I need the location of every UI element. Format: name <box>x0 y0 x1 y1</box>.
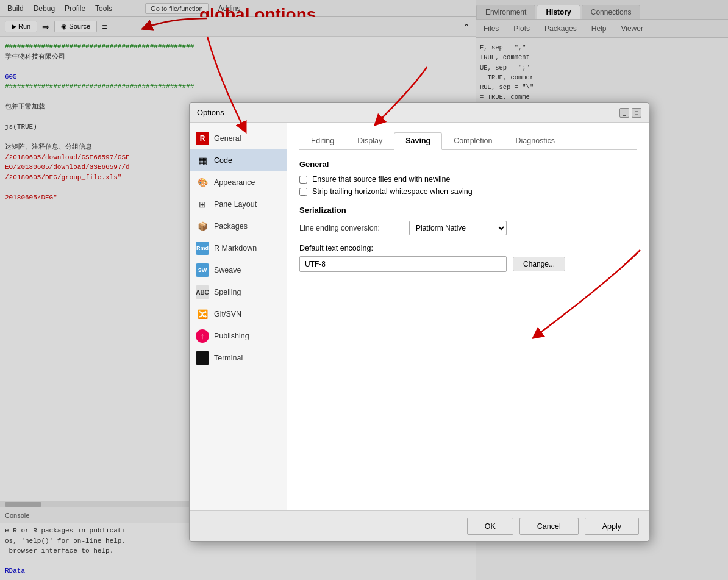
sidebar-label-packages: Packages <box>214 222 248 231</box>
modal-footer: OK Cancel Apply <box>190 510 649 541</box>
sidebar-item-appearance[interactable]: 🎨 Appearance <box>190 171 287 193</box>
sidebar-label-gitsvn: Git/SVN <box>214 310 241 318</box>
sidebar-label-terminal: Terminal <box>214 354 243 362</box>
tab-completion[interactable]: Completion <box>442 132 504 150</box>
line-ending-row: Line ending conversion: Platform Native … <box>299 221 637 235</box>
options-dialog: Options _ □ R General ▦ Code 🎨 Appearanc… <box>189 102 649 542</box>
terminal-icon <box>196 351 209 365</box>
modal-content-area: Editing Display Saving Completion Diagno… <box>287 123 649 510</box>
sidebar-label-publishing: Publishing <box>214 332 249 340</box>
line-ending-label: Line ending conversion: <box>299 224 403 232</box>
line-ending-select[interactable]: Platform Native Windows (CR/LF) POSIX (L… <box>409 221 507 235</box>
tab-editing[interactable]: Editing <box>299 132 346 150</box>
modal-sidebar: R General ▦ Code 🎨 Appearance ⊞ Pane Lay… <box>190 123 287 510</box>
sidebar-item-terminal[interactable]: Terminal <box>190 347 287 369</box>
checkbox-newline-row: Ensure that source files end with newlin… <box>299 175 637 184</box>
cancel-button[interactable]: Cancel <box>519 518 579 535</box>
sidebar-item-code[interactable]: ▦ Code <box>190 149 287 171</box>
sidebar-label-pane-layout: Pane Layout <box>214 200 257 209</box>
gitsvn-icon: 🔀 <box>196 307 209 321</box>
serialization-section-title: Serialization <box>299 206 637 215</box>
apply-button[interactable]: Apply <box>585 518 639 535</box>
checkbox-newline-label: Ensure that source files end with newlin… <box>312 175 451 184</box>
sidebar-item-packages[interactable]: 📦 Packages <box>190 215 287 237</box>
general-section-title: General <box>299 160 637 169</box>
tab-saving[interactable]: Saving <box>394 132 442 150</box>
modal-titlebar: Options _ □ <box>190 103 649 123</box>
appearance-icon: 🎨 <box>196 176 209 189</box>
code-icon: ▦ <box>196 154 209 167</box>
sidebar-label-sweave: Sweave <box>214 266 241 274</box>
encoding-input[interactable] <box>299 256 507 272</box>
sweave-icon: SW <box>196 263 209 277</box>
pane-layout-icon: ⊞ <box>196 198 209 211</box>
encoding-section: Default text encoding: Change... <box>299 244 637 272</box>
checkbox-whitespace-label: Strip trailing horizontal whitespace whe… <box>312 187 473 196</box>
modal-tabs: Editing Display Saving Completion Diagno… <box>299 132 637 150</box>
sidebar-item-gitsvn[interactable]: 🔀 Git/SVN <box>190 303 287 325</box>
tab-diagnostics[interactable]: Diagnostics <box>504 132 566 150</box>
window-controls: _ □ <box>619 108 641 118</box>
spelling-icon: ABC <box>196 285 209 299</box>
sidebar-item-pane-layout[interactable]: ⊞ Pane Layout <box>190 193 287 215</box>
encoding-label: Default text encoding: <box>299 244 637 252</box>
general-icon: R <box>196 132 209 145</box>
sidebar-label-spelling: Spelling <box>214 288 241 296</box>
publishing-icon: ↑ <box>196 329 209 343</box>
checkbox-whitespace[interactable] <box>299 188 307 196</box>
tab-display[interactable]: Display <box>346 132 394 150</box>
minimize-button[interactable]: _ <box>619 108 629 118</box>
packages-icon: 📦 <box>196 220 209 233</box>
checkbox-newline[interactable] <box>299 176 307 184</box>
sidebar-item-spelling[interactable]: ABC Spelling <box>190 281 287 303</box>
modal-body: R General ▦ Code 🎨 Appearance ⊞ Pane Lay… <box>190 123 649 510</box>
modal-title: Options <box>197 108 224 117</box>
sidebar-item-sweave[interactable]: SW Sweave <box>190 259 287 281</box>
encoding-row: Change... <box>299 256 637 272</box>
sidebar-label-appearance: Appearance <box>214 178 255 187</box>
sidebar-label-general: General <box>214 134 241 143</box>
rmarkdown-icon: Rmd <box>196 242 209 255</box>
sidebar-item-general[interactable]: R General <box>190 127 287 149</box>
sidebar-item-rmarkdown[interactable]: Rmd R Markdown <box>190 237 287 259</box>
sidebar-label-rmarkdown: R Markdown <box>214 244 257 252</box>
sidebar-label-code: Code <box>214 156 232 165</box>
maximize-button[interactable]: □ <box>632 108 641 118</box>
checkbox-whitespace-row: Strip trailing horizontal whitespace whe… <box>299 187 637 196</box>
change-encoding-button[interactable]: Change... <box>513 257 565 271</box>
ok-button[interactable]: OK <box>467 518 513 535</box>
sidebar-item-publishing[interactable]: ↑ Publishing <box>190 325 287 347</box>
